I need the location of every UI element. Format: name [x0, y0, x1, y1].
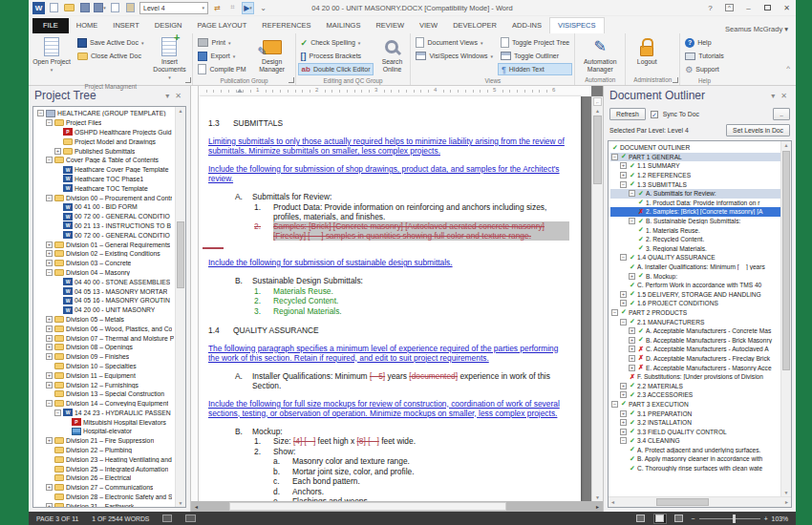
project-tree-scrollbar[interactable]: ▲ ▼: [175, 107, 185, 507]
project-tree-item[interactable]: W00 41 00 - BID FORM: [35, 202, 175, 212]
export-button[interactable]: Export▾: [195, 50, 248, 62]
tree-toggle-icon[interactable]: −: [46, 119, 53, 126]
outliner-item[interactable]: ✓B. Apply masonry cleaner in accordance …: [610, 454, 780, 464]
tree-toggle-icon[interactable]: +: [46, 344, 53, 350]
tree-toggle-icon[interactable]: +: [620, 162, 627, 169]
tree-toggle-icon[interactable]: +: [46, 326, 53, 332]
tree-toggle-icon[interactable]: +: [629, 346, 635, 352]
outliner-item[interactable]: +✓A. Acceptable Manufacturers - Concrete…: [610, 326, 780, 336]
zoom-in-icon[interactable]: +: [764, 515, 768, 522]
tree-toggle-icon[interactable]: +: [620, 300, 627, 306]
project-tree-item[interactable]: +Division 02 – Existing Conditions: [35, 249, 175, 259]
project-tree-item[interactable]: WHeathcare TOC Phase1: [35, 175, 175, 184]
project-tree-item[interactable]: W00 72 00 - GENERAL CONDITIO: [35, 230, 175, 240]
document-list-item[interactable]: 1.Materials Reuse.: [254, 286, 569, 296]
outliner-item[interactable]: −✓1.3 SUBMITTALS: [610, 179, 780, 189]
outliner-item[interactable]: ✗F. Substitutions: [Under provisions of …: [610, 372, 780, 382]
document-list-item[interactable]: B.Sustainable Design Submittals:: [235, 276, 569, 285]
hidden-instruction-text[interactable]: The following paragraph specifies a mini…: [208, 344, 569, 363]
project-tree-item[interactable]: +Division 12 – Furnishings: [35, 380, 175, 389]
tree-toggle-icon[interactable]: +: [46, 353, 53, 360]
project-tree-item[interactable]: WHeathcare Cover Page Template: [35, 165, 175, 175]
tab-home[interactable]: HOME: [69, 18, 106, 33]
maximize-icon[interactable]: [759, 1, 777, 14]
project-tree-item[interactable]: +Division 08 – Openings: [35, 343, 175, 352]
tab-view[interactable]: VIEW: [412, 18, 445, 33]
sync-to-doc-checkbox[interactable]: ✓: [651, 111, 658, 118]
outliner-item[interactable]: −✓3.4 CLEANING: [610, 436, 780, 446]
project-tree-item[interactable]: −Cover Page & Table of Contents: [35, 156, 175, 165]
dialog-launcher-icon[interactable]: [185, 77, 191, 83]
panel-menu-icon[interactable]: ▾: [162, 92, 172, 100]
tree-toggle-icon[interactable]: −: [46, 269, 53, 276]
support-button[interactable]: ⚙Support: [682, 63, 727, 75]
tab-page-layout[interactable]: PAGE LAYOUT: [189, 18, 254, 33]
outliner-item[interactable]: −✓PART 2 PRODUCTS: [610, 308, 780, 318]
hierarchy-icon[interactable]: ⌗: [226, 2, 239, 14]
tree-toggle-icon[interactable]: +: [629, 355, 635, 362]
double-click-editor-button[interactable]: abDouble Click Editor: [298, 63, 374, 75]
outliner-item[interactable]: −✓A. Submittals for Review:: [610, 189, 780, 199]
document-list-item[interactable]: 2.Show:: [254, 447, 569, 456]
help-window-icon[interactable]: ?: [701, 1, 719, 14]
zoom-out-icon[interactable]: −: [692, 515, 695, 522]
minimize-icon[interactable]: –: [739, 1, 758, 14]
check-spelling-button[interactable]: ✓Check Spelling▾: [298, 36, 374, 49]
document-list-item[interactable]: 1.Product Data: Provide information on r…: [254, 202, 569, 221]
project-tree-item[interactable]: −Project Files: [35, 118, 175, 128]
project-tree-item[interactable]: Hospital-elevator: [35, 427, 175, 436]
tab-insert[interactable]: INSERT: [105, 18, 146, 33]
project-tree-item[interactable]: W00 72 00 - GENERAL CONDITIO: [35, 212, 175, 221]
project-tree-item[interactable]: W04 20 00 - UNIT MASONRY: [35, 305, 175, 315]
outliner-item[interactable]: +✓1.1 SUMMARY: [610, 161, 780, 171]
tab-review[interactable]: REVIEW: [368, 18, 412, 33]
web-layout-icon[interactable]: [673, 514, 686, 524]
tree-toggle-icon[interactable]: −: [620, 181, 627, 188]
tree-toggle-icon[interactable]: +: [46, 242, 53, 248]
project-tree-item[interactable]: Division 13 – Special Construction: [35, 389, 175, 399]
document-page[interactable]: 1.3SUBMITTALSLimiting submittals to only…: [199, 96, 581, 501]
insert-documents-button[interactable]: + Insert Documents▾: [148, 34, 190, 81]
tree-toggle-icon[interactable]: +: [620, 410, 627, 417]
indent-marker-icon[interactable]: [237, 89, 243, 93]
tree-toggle-icon[interactable]: +: [46, 437, 53, 444]
tree-toggle-icon[interactable]: +: [629, 337, 635, 344]
project-tree-item[interactable]: WHeathcare TOC Template: [35, 183, 175, 193]
outliner-item[interactable]: +✓3.3 FIELD QUALITY CONTROL: [610, 427, 780, 436]
tree-toggle-icon[interactable]: −: [46, 195, 53, 201]
document-heading[interactable]: 1.4QUALITY ASSURANCE: [208, 326, 569, 335]
tree-toggle-icon[interactable]: +: [46, 503, 53, 507]
tree-toggle-icon[interactable]: +: [46, 260, 53, 266]
tree-toggle-icon[interactable]: +: [46, 484, 53, 491]
hidden-instruction-text[interactable]: Include the following for submission of …: [208, 258, 569, 267]
tree-toggle-icon[interactable]: +: [46, 382, 53, 388]
tree-toggle-icon[interactable]: +: [46, 372, 53, 379]
outliner-item[interactable]: ✓A. Protect adjacent and underlying surf…: [610, 446, 780, 455]
project-tree-item[interactable]: Project Model and Drawings: [35, 136, 175, 146]
tree-toggle-icon[interactable]: +: [46, 335, 53, 342]
tree-toggle-icon[interactable]: −: [37, 110, 44, 116]
outliner-vertical-scrollbar[interactable]: ▲ ▼: [780, 141, 791, 496]
document-list-item[interactable]: d.Anchors.: [273, 487, 569, 496]
outliner-item[interactable]: −✓B. Sustainable Design Submittals:: [610, 217, 780, 226]
document-list-item[interactable]: 3.Regional Materials.: [254, 306, 569, 316]
compile-pm-button[interactable]: Compile PM: [195, 63, 248, 75]
new-document-icon[interactable]: [48, 2, 60, 14]
panel-close-icon[interactable]: ✕: [172, 92, 184, 100]
zoom-slider[interactable]: [699, 518, 760, 519]
search-online-button[interactable]: Search Online: [375, 34, 408, 74]
user-account[interactable]: Seamus McGrady ▾: [725, 25, 796, 33]
refresh-styles-icon[interactable]: ⇄: [211, 2, 224, 14]
outliner-item[interactable]: +✓1.6 PROJECT CONDITIONS: [610, 299, 780, 308]
project-tree-item[interactable]: +Division 03 – Concrete: [35, 259, 175, 268]
outliner-item[interactable]: ✓C. Thoroughly rinse surfaces with clean…: [610, 464, 780, 473]
outliner-item[interactable]: ✗2. Samples: [Brick] [Concrete masonry] …: [610, 207, 780, 217]
outliner-horizontal-scrollbar[interactable]: ◄ ►: [609, 496, 791, 507]
tree-toggle-icon[interactable]: −: [611, 401, 618, 408]
qat-overflow-icon[interactable]: ⌄: [257, 2, 269, 14]
design-manager-button[interactable]: ✎ Design Manager: [251, 34, 293, 74]
project-tree-item[interactable]: +Division 31 – Earthwork: [35, 501, 175, 507]
outliner-item[interactable]: +✓B. Acceptable Manufacturers - Brick Ma…: [610, 335, 780, 345]
document-heading[interactable]: 1.3SUBMITTALS: [208, 118, 569, 128]
project-tree-item[interactable]: Division 28 – Electronic Safety and S: [35, 493, 175, 502]
